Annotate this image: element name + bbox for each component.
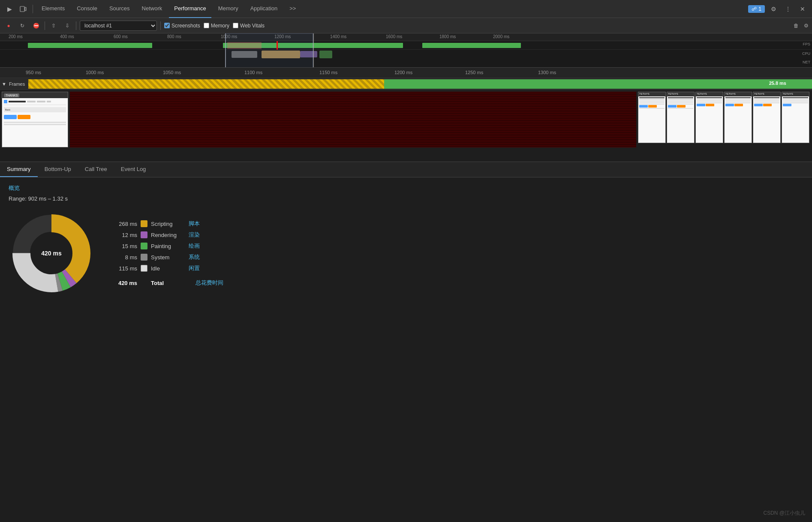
stop-btn[interactable]: ⛔ bbox=[31, 21, 41, 31]
system-name: System bbox=[151, 254, 185, 261]
rendering-name: Rendering bbox=[151, 232, 185, 238]
total-time: 420 ms bbox=[111, 280, 137, 286]
rendering-cn: 渲染 bbox=[189, 231, 200, 239]
ruler-tick-6: 1400 ms bbox=[330, 34, 346, 39]
divider bbox=[160, 21, 161, 30]
screenshot-and-frames-area: THANKS Basic bbox=[0, 90, 812, 161]
url-select[interactable]: localhost #1 bbox=[80, 21, 157, 31]
detail-tick-1: 1000 ms bbox=[86, 70, 104, 75]
total-row: 420 ms Total 总花费时间 bbox=[111, 279, 223, 287]
frames-bad bbox=[28, 79, 384, 89]
detail-tick-4: 1150 ms bbox=[319, 70, 337, 75]
system-time: 8 ms bbox=[111, 254, 137, 261]
legend-row-scripting: 268 ms Scripting 脚本 bbox=[111, 220, 223, 228]
tab-event-log[interactable]: Event Log bbox=[114, 162, 153, 177]
screenshot-thumbs-right: TETHYS TETHYS bbox=[638, 92, 810, 147]
svg-rect-1 bbox=[25, 7, 26, 11]
ruler-tick-3: 800 ms bbox=[167, 34, 181, 39]
upload-btn[interactable]: ⇧ bbox=[48, 21, 59, 31]
detail-tick-3: 1100 ms bbox=[244, 70, 262, 75]
detail-tick-0: 950 ms bbox=[26, 70, 41, 75]
painting-name: Painting bbox=[151, 243, 185, 249]
detail-tick-6: 1250 ms bbox=[465, 70, 483, 75]
svg-text:420 ms: 420 ms bbox=[41, 250, 62, 257]
badge-count: 1 bbox=[758, 6, 761, 12]
svg-rect-0 bbox=[20, 6, 24, 12]
detail-timeline: 950 ms 1000 ms 1050 ms 1100 ms 1150 ms 1… bbox=[0, 68, 812, 162]
divider bbox=[45, 21, 45, 30]
ruler-tick-9: 2000 ms bbox=[493, 34, 509, 39]
badge-icon: ☍ bbox=[752, 6, 757, 12]
net-label: NET bbox=[803, 60, 810, 64]
summary-content: 概览 Range: 902 ms – 1.32 s bbox=[0, 177, 812, 303]
screenshots-checkbox-group[interactable]: Screenshots bbox=[164, 23, 200, 29]
scripting-cn: 脚本 bbox=[189, 220, 200, 228]
bottom-panel: Summary Bottom-Up Call Tree Event Log 概览… bbox=[0, 162, 812, 303]
ruler-tick-8: 1800 ms bbox=[439, 34, 456, 39]
scripting-time: 268 ms bbox=[111, 221, 137, 227]
tab-memory[interactable]: Memory bbox=[213, 0, 244, 18]
memory-label: Memory bbox=[211, 23, 229, 29]
settings-icon[interactable]: ⚙ bbox=[767, 3, 779, 15]
tab-console[interactable]: Console bbox=[72, 0, 102, 18]
scripting-swatch bbox=[141, 220, 147, 227]
detail-tick-2: 1050 ms bbox=[163, 70, 181, 75]
detail-tick-5: 1200 ms bbox=[394, 70, 412, 75]
device-icon[interactable] bbox=[17, 3, 29, 15]
frames-collapse-icon[interactable]: ▼ bbox=[2, 81, 6, 87]
total-label: Total bbox=[151, 280, 192, 286]
ruler-tick-2: 600 ms bbox=[114, 34, 128, 39]
top-bar: ▶ Elements Console Sources Network Perfo… bbox=[0, 0, 812, 18]
ruler-tick-1: 400 ms bbox=[60, 34, 74, 39]
fps-label: FPS bbox=[803, 42, 810, 46]
tab-application[interactable]: Application bbox=[245, 0, 283, 18]
clear-btn[interactable]: 🗑 bbox=[794, 23, 799, 29]
rendering-swatch bbox=[141, 231, 147, 238]
painting-time: 15 ms bbox=[111, 243, 137, 249]
system-swatch bbox=[141, 254, 147, 261]
idle-cn: 闲置 bbox=[189, 264, 200, 272]
bottom-tabs: Summary Bottom-Up Call Tree Event Log bbox=[0, 162, 812, 177]
total-cn: 总花费时间 bbox=[195, 279, 223, 287]
tab-sources[interactable]: Sources bbox=[104, 0, 135, 18]
tab-more[interactable]: >> bbox=[284, 0, 301, 18]
tab-call-tree[interactable]: Call Tree bbox=[78, 162, 114, 177]
ruler-tick-0: 200 ms bbox=[9, 34, 23, 39]
legend: 268 ms Scripting 脚本 12 ms Rendering 渲染 1… bbox=[111, 220, 223, 287]
memory-checkbox[interactable] bbox=[204, 23, 209, 28]
download-btn[interactable]: ⇩ bbox=[62, 21, 72, 31]
settings-icon[interactable]: ⚙ bbox=[804, 23, 809, 29]
cpu-label: CPU bbox=[802, 51, 810, 56]
web-vitals-checkbox-group[interactable]: Web Vitals bbox=[233, 23, 265, 29]
screenshots-label: Screenshots bbox=[171, 23, 200, 29]
frames-label: Frames bbox=[9, 81, 25, 87]
ruler-tick-7: 1600 ms bbox=[386, 34, 402, 39]
legend-row-idle: 115 ms Idle 闲置 bbox=[111, 264, 223, 272]
painting-cn: 绘画 bbox=[189, 242, 200, 250]
tab-network[interactable]: Network bbox=[137, 0, 168, 18]
reload-btn[interactable]: ↻ bbox=[17, 21, 27, 31]
frames-row: ▼ Frames 25.8 ms bbox=[0, 78, 812, 90]
idle-time: 115 ms bbox=[111, 265, 137, 272]
tab-summary[interactable]: Summary bbox=[0, 162, 38, 177]
tab-elements[interactable]: Elements bbox=[36, 0, 70, 18]
record-btn[interactable]: ● bbox=[3, 21, 14, 31]
scripting-name: Scripting bbox=[151, 221, 185, 227]
close-icon[interactable]: ✕ bbox=[797, 3, 809, 15]
donut-chart: 420 ms bbox=[9, 210, 94, 296]
cursor-icon[interactable]: ▶ bbox=[3, 3, 15, 15]
frame-time-label: 25.8 ms bbox=[769, 81, 786, 86]
web-vitals-checkbox[interactable] bbox=[233, 23, 238, 28]
system-cn: 系统 bbox=[189, 253, 200, 261]
legend-row-painting: 15 ms Painting 绘画 bbox=[111, 242, 223, 250]
detail-tick-7: 1300 ms bbox=[538, 70, 556, 75]
menu-icon[interactable]: ⋮ bbox=[782, 3, 794, 15]
divider bbox=[76, 21, 76, 30]
tab-bottom-up[interactable]: Bottom-Up bbox=[38, 162, 78, 177]
badge[interactable]: ☍ 1 bbox=[748, 5, 765, 13]
toolbar: ● ↻ ⛔ ⇧ ⇩ localhost #1 Screenshots Memor… bbox=[0, 18, 812, 33]
memory-checkbox-group[interactable]: Memory bbox=[204, 23, 229, 29]
screenshots-checkbox[interactable] bbox=[164, 23, 170, 28]
range-text: Range: 902 ms – 1.32 s bbox=[9, 195, 803, 202]
tab-performance[interactable]: Performance bbox=[169, 0, 211, 18]
